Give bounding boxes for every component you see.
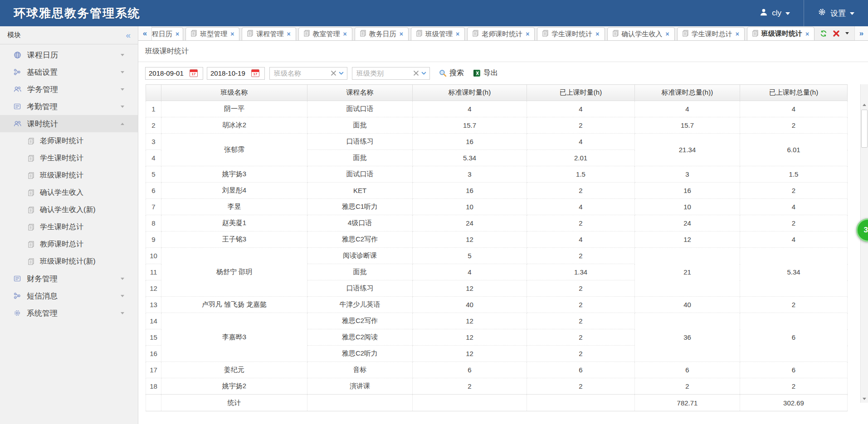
cell-class-name[interactable]: 赵美凝1 [161, 215, 307, 231]
sidebar-group-4[interactable]: 课时统计 [0, 115, 138, 132]
tab-close-icon[interactable]: × [805, 31, 809, 37]
cell-class-name[interactable]: 姜纪元 [161, 362, 307, 378]
cell-standard-hours[interactable]: 15.7 [413, 117, 527, 134]
column-header[interactable]: 已上课时总量(h) [740, 85, 848, 101]
cell-completed-hours[interactable]: 2 [527, 280, 635, 297]
cell-completed-total[interactable]: 2 [740, 183, 848, 199]
cell-row-number[interactable]: 11 [146, 264, 161, 280]
cell-standard-hours[interactable]: 5 [413, 248, 527, 264]
tabs-scroll-right-button[interactable]: » [854, 26, 868, 40]
tab-close-icon[interactable]: × [230, 31, 234, 37]
cell-course-name[interactable]: 雅思C2写作 [307, 231, 413, 248]
cell-standard-total[interactable]: 10 [635, 199, 740, 215]
cell-row-number[interactable]: 3 [146, 134, 161, 150]
table-row[interactable]: 5姚宇扬3面试口语31.531.5 [146, 166, 848, 183]
cell-class-name[interactable]: 卢羽凡 雏飞扬 龙嘉懿 [161, 297, 307, 313]
tab-close-icon[interactable]: × [595, 31, 599, 37]
cell-row-number[interactable]: 8 [146, 215, 161, 231]
tab-班级管理[interactable]: 班级管理× [411, 27, 465, 40]
cell-completed-total[interactable]: 6.01 [740, 134, 848, 166]
cell-row-number[interactable]: 6 [146, 183, 161, 199]
close-all-tabs-icon[interactable] [833, 30, 839, 37]
date-to-input[interactable] [207, 69, 250, 77]
cell-standard-total[interactable]: 2 [635, 378, 740, 395]
cell-class-name[interactable]: 王子铭3 [161, 231, 307, 248]
class-type-input[interactable] [356, 69, 411, 77]
cell-course-name[interactable]: 口语练习 [307, 134, 413, 150]
cell-completed-hours[interactable]: 2 [527, 313, 635, 329]
cell-course-name[interactable]: KET [307, 183, 413, 199]
table-row[interactable]: 8赵美凝14级口语242242 [146, 215, 848, 231]
cell-course-name[interactable]: 面试口语 [307, 101, 413, 117]
cell-completed-hours[interactable]: 6 [527, 362, 635, 378]
sidebar-item-班级课时统计(新)[interactable]: 班级课时统计(新) [0, 253, 138, 270]
cell-course-name[interactable]: 面批 [307, 150, 413, 166]
clear-icon[interactable] [414, 71, 419, 76]
tab-老师课时统计[interactable]: 老师课时统计× [467, 27, 535, 40]
refresh-icon[interactable] [820, 30, 827, 37]
table-row[interactable]: 9王子铭3雅思C2写作124124 [146, 231, 848, 248]
cell-standard-hours[interactable]: 4 [413, 264, 527, 280]
cell-standard-total[interactable]: 21 [635, 248, 740, 297]
tab-教务日历[interactable]: 教务日历× [355, 27, 409, 40]
export-button[interactable]: 导出 [473, 68, 498, 78]
cell-standard-total[interactable]: 4 [635, 101, 740, 117]
class-name-input[interactable] [273, 69, 329, 77]
table-row[interactable]: 18姚宇扬2演讲课2222 [146, 378, 848, 395]
tab-确认学生收入[interactable]: 确认学生收入× [607, 27, 675, 40]
chevron-down-icon[interactable] [421, 70, 427, 76]
calendar-icon[interactable]: 17 [188, 69, 199, 77]
cell-standard-hours[interactable]: 12 [413, 231, 527, 248]
tab-menu-caret-icon[interactable] [845, 32, 849, 34]
cell-standard-total[interactable]: 15.7 [635, 117, 740, 134]
tab-学生课时总计[interactable]: 学生课时总计× [677, 27, 745, 40]
sidebar-item-班级课时统计[interactable]: 班级课时统计 [0, 167, 138, 184]
cell-standard-hours[interactable]: 12 [413, 346, 527, 362]
sidebar-group-1[interactable]: 基础设置 [0, 63, 138, 81]
cell-completed-hours[interactable]: 2 [527, 117, 635, 134]
column-header[interactable]: 已上课时量(h) [527, 85, 635, 101]
scroll-down-button[interactable] [861, 395, 868, 403]
cell-completed-total[interactable]: 6 [740, 362, 848, 378]
cell-standard-hours[interactable]: 6 [413, 362, 527, 378]
cell-standard-total[interactable]: 3 [635, 166, 740, 183]
sidebar-group-5[interactable]: 财务管理 [0, 270, 138, 287]
column-header[interactable]: 标准课时总量(h)) [635, 85, 740, 101]
cell-row-number[interactable]: 18 [146, 378, 161, 395]
cell-completed-total[interactable]: 4 [740, 101, 848, 117]
cell-row-number[interactable]: 15 [146, 329, 161, 346]
cell-standard-total[interactable]: 40 [635, 297, 740, 313]
cell-standard-hours[interactable]: 10 [413, 199, 527, 215]
cell-row-number[interactable]: 13 [146, 297, 161, 313]
cell-course-name[interactable]: 雅思C2阅读 [307, 329, 413, 346]
cell-standard-total[interactable]: 6 [635, 362, 740, 378]
cell-completed-hours[interactable]: 2 [527, 378, 635, 395]
cell-row-number[interactable]: 16 [146, 346, 161, 362]
cell-row-number[interactable]: 17 [146, 362, 161, 378]
chevron-down-icon[interactable] [338, 70, 344, 76]
cell-completed-total[interactable]: 6 [740, 313, 848, 362]
cell-completed-hours[interactable]: 2 [527, 329, 635, 346]
cell-class-name[interactable]: 李昱 [161, 199, 307, 215]
cell-course-name[interactable]: 雅思C2写作 [307, 313, 413, 329]
cell-standard-total[interactable]: 36 [635, 313, 740, 362]
tab-close-icon[interactable]: × [666, 31, 669, 37]
calendar-icon[interactable]: 17 [250, 69, 261, 77]
tab-学生课时统计[interactable]: 学生课时统计× [537, 27, 605, 40]
tab-班级课时统计[interactable]: 班级课时统计× [747, 27, 814, 40]
cell-standard-total[interactable]: 12 [635, 231, 740, 248]
cell-row-number[interactable]: 12 [146, 280, 161, 297]
cell-standard-total[interactable]: 24 [635, 215, 740, 231]
column-header[interactable]: 课程名称 [307, 85, 413, 101]
sidebar-item-学生课时统计[interactable]: 学生课时统计 [0, 149, 138, 167]
cell-row-number[interactable]: 14 [146, 313, 161, 329]
tab-close-icon[interactable]: × [176, 31, 179, 37]
cell-standard-total[interactable]: 16 [635, 183, 740, 199]
sidebar-group-6[interactable]: 短信消息 [0, 287, 138, 304]
sidebar-collapse-icon[interactable]: « [126, 31, 131, 39]
cell-standard-hours[interactable]: 24 [413, 215, 527, 231]
cell-row-number[interactable]: 5 [146, 166, 161, 183]
cell-completed-total[interactable]: 4 [740, 199, 848, 215]
cell-course-name[interactable]: 面批 [307, 117, 413, 134]
vertical-scrollbar[interactable] [860, 84, 868, 403]
